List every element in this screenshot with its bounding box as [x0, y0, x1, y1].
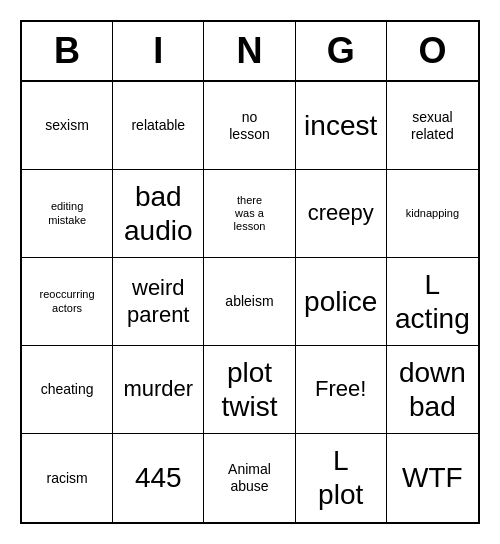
bingo-cell: murder [113, 346, 204, 434]
cell-text: nolesson [229, 109, 269, 143]
cell-text: sexualrelated [411, 109, 454, 143]
cell-text: reoccurringactors [40, 288, 95, 314]
cell-text: badaudio [124, 180, 193, 247]
bingo-cell: editingmistake [22, 170, 113, 258]
header-letter: G [296, 22, 387, 80]
cell-text: relatable [131, 117, 185, 134]
cell-text: Lacting [395, 268, 470, 335]
bingo-cell: police [296, 258, 387, 346]
cell-text: WTF [402, 461, 463, 495]
bingo-cell: Lacting [387, 258, 478, 346]
cell-text: Free! [315, 376, 366, 402]
cell-text: creepy [308, 200, 374, 226]
bingo-cell: sexualrelated [387, 82, 478, 170]
bingo-cell: racism [22, 434, 113, 522]
bingo-cell: badaudio [113, 170, 204, 258]
header-letter: B [22, 22, 113, 80]
bingo-cell: creepy [296, 170, 387, 258]
header-letter: I [113, 22, 204, 80]
cell-text: plottwist [221, 356, 277, 423]
cell-text: police [304, 285, 377, 319]
bingo-cell: ableism [204, 258, 295, 346]
bingo-cell: nolesson [204, 82, 295, 170]
bingo-grid: sexismrelatablenolessonincestsexualrelat… [22, 82, 478, 522]
bingo-cell: therewas alesson [204, 170, 295, 258]
bingo-cell: cheating [22, 346, 113, 434]
cell-text: 445 [135, 461, 182, 495]
cell-text: kidnapping [406, 207, 459, 220]
bingo-cell: 445 [113, 434, 204, 522]
bingo-header: BINGO [22, 22, 478, 82]
bingo-cell: weirdparent [113, 258, 204, 346]
cell-text: downbad [399, 356, 466, 423]
bingo-cell: reoccurringactors [22, 258, 113, 346]
bingo-cell: Lplot [296, 434, 387, 522]
cell-text: ableism [225, 293, 273, 310]
cell-text: Animalabuse [228, 461, 271, 495]
cell-text: weirdparent [127, 275, 189, 328]
cell-text: racism [46, 470, 87, 487]
header-letter: N [204, 22, 295, 80]
cell-text: sexism [45, 117, 89, 134]
header-letter: O [387, 22, 478, 80]
bingo-cell: sexism [22, 82, 113, 170]
cell-text: editingmistake [48, 200, 86, 226]
bingo-cell: kidnapping [387, 170, 478, 258]
bingo-cell: plottwist [204, 346, 295, 434]
cell-text: cheating [41, 381, 94, 398]
cell-text: therewas alesson [234, 194, 266, 234]
bingo-cell: relatable [113, 82, 204, 170]
bingo-cell: downbad [387, 346, 478, 434]
bingo-cell: incest [296, 82, 387, 170]
bingo-cell: Free! [296, 346, 387, 434]
bingo-cell: Animalabuse [204, 434, 295, 522]
bingo-cell: WTF [387, 434, 478, 522]
cell-text: Lplot [318, 444, 363, 511]
bingo-card: BINGO sexismrelatablenolessonincestsexua… [20, 20, 480, 524]
cell-text: murder [123, 376, 193, 402]
cell-text: incest [304, 109, 377, 143]
